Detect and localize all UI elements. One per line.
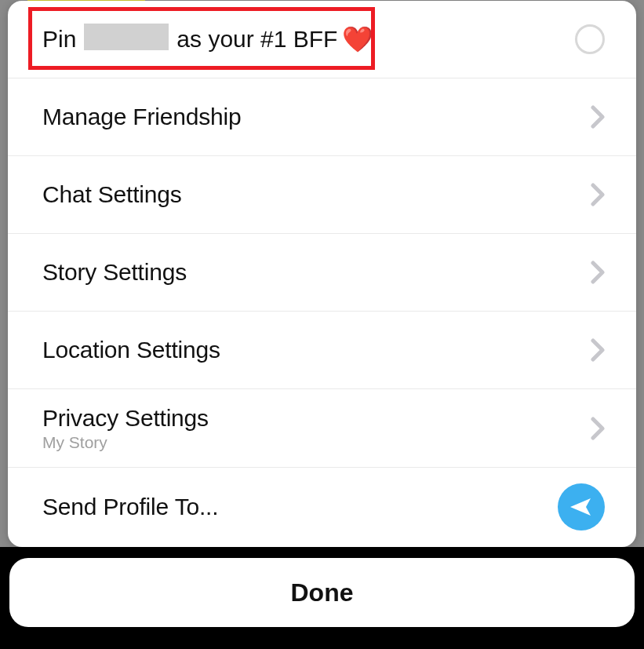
send-profile-row[interactable]: Send Profile To... — [8, 468, 636, 545]
redacted-username — [84, 24, 169, 50]
manage-friendship-label: Manage Friendship — [42, 104, 591, 130]
chat-settings-row[interactable]: Chat Settings — [8, 156, 636, 234]
done-button-label: Done — [291, 578, 354, 607]
story-settings-label: Story Settings — [42, 259, 591, 286]
pin-bff-label: Pin as your #1 BFF ❤️ — [42, 26, 575, 53]
chevron-right-icon — [591, 105, 605, 129]
chevron-right-icon — [591, 417, 605, 440]
chevron-right-icon — [591, 183, 605, 206]
privacy-settings-row[interactable]: Privacy Settings My Story — [8, 389, 636, 468]
send-profile-label: Send Profile To... — [42, 494, 558, 520]
chevron-right-icon — [591, 338, 605, 362]
send-icon — [569, 496, 594, 518]
heart-icon: ❤️ — [342, 27, 373, 52]
chat-settings-label: Chat Settings — [42, 181, 591, 208]
chevron-right-icon — [591, 261, 605, 284]
pin-bff-row[interactable]: Pin as your #1 BFF ❤️ — [8, 1, 636, 78]
story-settings-row[interactable]: Story Settings — [8, 234, 636, 312]
privacy-settings-sublabel: My Story — [42, 433, 591, 452]
settings-sheet: Pin as your #1 BFF ❤️ Manage Friendship … — [8, 1, 636, 547]
done-button[interactable]: Done — [9, 558, 635, 627]
location-settings-label: Location Settings — [42, 337, 591, 363]
send-button[interactable] — [558, 483, 605, 531]
location-settings-row[interactable]: Location Settings — [8, 312, 636, 389]
manage-friendship-row[interactable]: Manage Friendship — [8, 78, 636, 156]
pin-bff-radio[interactable] — [575, 24, 605, 54]
privacy-settings-label: Privacy Settings — [42, 405, 591, 432]
